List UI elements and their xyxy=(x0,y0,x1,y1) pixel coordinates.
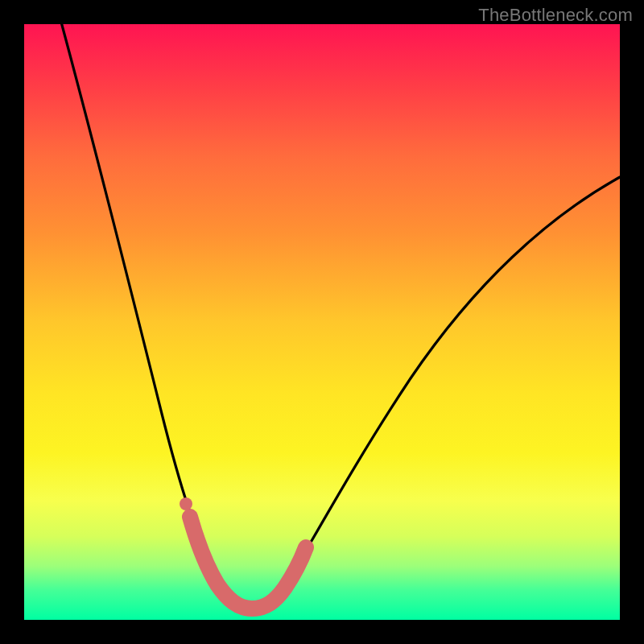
chart-plot-area xyxy=(24,24,620,620)
highlight-segment-path xyxy=(190,517,306,609)
highlight-dot xyxy=(180,497,192,510)
bottleneck-curve-svg xyxy=(24,24,620,620)
bottleneck-curve-path xyxy=(60,16,620,607)
watermark-text: TheBottleneck.com xyxy=(478,5,633,26)
